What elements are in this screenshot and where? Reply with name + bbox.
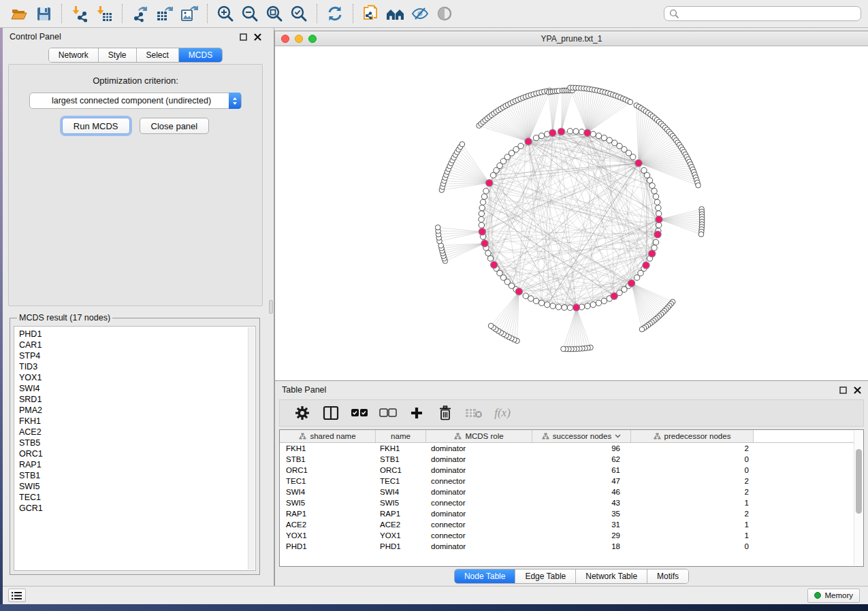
refresh-button[interactable] xyxy=(323,3,347,24)
tab-mcds[interactable]: MCDS xyxy=(179,48,222,62)
mcds-result-item[interactable]: RAP1 xyxy=(19,459,255,470)
show-all-button[interactable] xyxy=(432,3,457,24)
zoom-out-button[interactable] xyxy=(238,3,262,24)
add-column-button[interactable] xyxy=(402,402,431,424)
tab-motifs[interactable]: Motifs xyxy=(647,569,688,583)
cell: PHD1 xyxy=(376,542,426,550)
table-row[interactable]: YOX1YOX1connector291 xyxy=(280,530,854,541)
run-mcds-button[interactable]: Run MCDS xyxy=(62,118,130,134)
import-network-icon xyxy=(71,5,89,22)
mcds-result-item[interactable]: ORC1 xyxy=(19,448,255,459)
status-bar: Memory xyxy=(0,586,868,604)
close-panel-button[interactable]: Close panel xyxy=(140,118,210,134)
column-header-successor-nodes[interactable]: successor nodes xyxy=(532,430,631,442)
mcds-result-item[interactable]: TEC1 xyxy=(19,492,255,503)
tab-select[interactable]: Select xyxy=(137,48,179,62)
node-table[interactable]: shared namenameMCDS rolesuccessor nodesp… xyxy=(279,429,864,567)
close-window-icon[interactable] xyxy=(281,35,289,43)
column-header-name[interactable]: name xyxy=(376,430,426,442)
first-neighbors-button[interactable] xyxy=(383,3,408,24)
cell: 2 xyxy=(631,510,754,518)
mcds-list-scrollbar[interactable] xyxy=(248,327,255,569)
search-field[interactable] xyxy=(664,6,861,21)
cell: 2 xyxy=(631,444,754,452)
tab-edge-table[interactable]: Edge Table xyxy=(515,569,576,583)
hide-selected-button[interactable] xyxy=(408,3,432,24)
cell: YOX1 xyxy=(376,531,426,540)
column-header-predecessor-nodes[interactable]: predecessor nodes xyxy=(631,430,754,442)
network-canvas[interactable] xyxy=(275,46,868,380)
close-table-panel-icon[interactable] xyxy=(854,386,861,394)
table-scrollbar[interactable] xyxy=(854,431,863,565)
table-row[interactable]: TEC1TEC1connector472 xyxy=(280,476,854,486)
table-row[interactable]: STB1STB1dominator620 xyxy=(280,454,854,465)
mcds-result-item[interactable]: TID3 xyxy=(19,361,255,372)
table-row[interactable]: ACE2ACE2connector311 xyxy=(280,519,854,530)
import-network-button[interactable] xyxy=(67,3,92,24)
mcds-result-item[interactable]: SRD1 xyxy=(19,394,255,405)
mcds-result-item[interactable]: ACE2 xyxy=(19,427,255,437)
cell: 62 xyxy=(532,455,631,463)
clone-network-button[interactable] xyxy=(359,3,383,24)
tab-network-table[interactable]: Network Table xyxy=(576,569,647,583)
delete-table-button xyxy=(460,402,488,424)
export-table-button[interactable] xyxy=(152,3,177,24)
memory-status-icon xyxy=(814,592,821,599)
desktop-strip xyxy=(0,28,3,604)
mcds-result-item[interactable]: STB5 xyxy=(19,437,255,448)
zoom-fit-button[interactable] xyxy=(262,3,287,24)
export-network-button[interactable] xyxy=(128,3,152,24)
table-row[interactable]: SWI4SWI4dominator462 xyxy=(280,486,854,497)
search-input[interactable] xyxy=(683,9,856,18)
close-panel-icon[interactable] xyxy=(254,33,261,41)
save-button[interactable] xyxy=(31,3,56,24)
cell: ORC1 xyxy=(376,466,426,474)
column-header-shared-name[interactable]: shared name xyxy=(280,430,376,442)
zoom-selected-button[interactable] xyxy=(287,3,311,24)
table-row[interactable]: ORC1ORC1dominator610 xyxy=(280,465,854,476)
deselect-all-button[interactable] xyxy=(374,402,402,424)
select-all-button[interactable] xyxy=(345,402,374,424)
tab-node-table[interactable]: Node Table xyxy=(455,569,516,583)
zoom-in-button[interactable] xyxy=(213,3,238,24)
tab-style[interactable]: Style xyxy=(99,48,137,62)
splitter-grip-icon[interactable] xyxy=(269,300,273,314)
table-row[interactable]: FKH1FKH1dominator962 xyxy=(280,443,854,454)
minimize-window-icon[interactable] xyxy=(295,35,303,43)
table-row[interactable]: PHD1PHD1dominator180 xyxy=(280,541,854,552)
table-row[interactable]: SWI5SWI5connector431 xyxy=(280,497,854,508)
mcds-result-item[interactable]: STB1 xyxy=(19,470,255,481)
mcds-result-item[interactable]: SWI5 xyxy=(19,481,255,492)
mcds-result-item[interactable]: STP4 xyxy=(19,350,255,361)
select-stepper-icon xyxy=(229,93,241,109)
mcds-result-item[interactable]: PMA2 xyxy=(19,405,255,416)
import-table-button[interactable] xyxy=(92,3,116,24)
memory-button[interactable]: Memory xyxy=(807,589,860,603)
split-panel-button[interactable] xyxy=(317,402,345,424)
mcds-result-item[interactable]: GCR1 xyxy=(19,503,255,514)
mcds-result-list[interactable]: PHD1CAR1STP4TID3YOX1SWI4SRD1PMA2FKH1ACE2… xyxy=(14,326,256,571)
table-row[interactable]: RAP1RAP1dominator352 xyxy=(280,508,854,519)
tab-network[interactable]: Network xyxy=(49,48,99,62)
mcds-result-item[interactable]: YOX1 xyxy=(19,372,255,383)
mcds-result-item[interactable]: SWI4 xyxy=(19,383,255,394)
mcds-result-item[interactable]: PHD1 xyxy=(19,329,255,340)
export-image-button[interactable] xyxy=(177,3,202,24)
table-scrollbar-thumb[interactable] xyxy=(856,449,862,514)
cell: 43 xyxy=(532,499,631,507)
maximize-window-icon[interactable] xyxy=(308,35,317,43)
table-settings-button[interactable] xyxy=(288,402,317,424)
mcds-result-item[interactable]: CAR1 xyxy=(19,340,255,350)
float-table-panel-icon[interactable] xyxy=(839,386,847,394)
export-network-icon xyxy=(131,5,149,22)
column-header-MCDS-role[interactable]: MCDS role xyxy=(426,430,532,442)
mcds-result-item[interactable]: FKH1 xyxy=(19,416,255,427)
show-panels-button[interactable] xyxy=(8,589,26,602)
network-window-titlebar[interactable]: YPA_prune.txt_1 xyxy=(275,31,868,46)
delete-column-button[interactable] xyxy=(431,402,460,424)
panel-splitter[interactable] xyxy=(268,28,274,586)
network-graph[interactable] xyxy=(275,46,868,380)
optimization-criterion-select[interactable]: largest connected component (undirected) xyxy=(29,93,242,109)
open-button[interactable] xyxy=(7,3,31,24)
float-panel-icon[interactable] xyxy=(240,33,247,41)
